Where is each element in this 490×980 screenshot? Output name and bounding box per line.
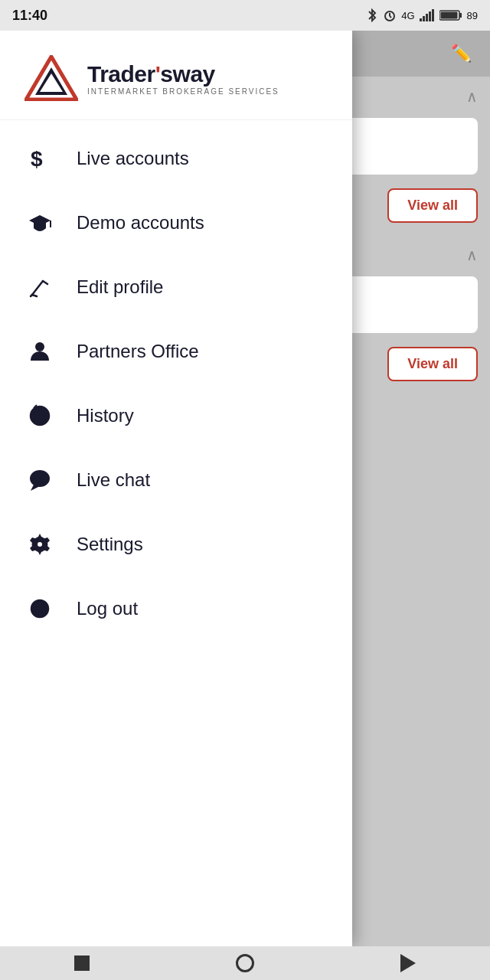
menu-item-live-chat[interactable]: Live chat bbox=[0, 448, 352, 512]
alarm-icon bbox=[383, 8, 397, 22]
svg-rect-10 bbox=[440, 12, 457, 19]
logo-brand-text2: sway bbox=[160, 61, 214, 87]
svg-text:$: $ bbox=[31, 147, 43, 171]
nav-home-button[interactable] bbox=[231, 949, 259, 977]
edit-profile-label: Edit profile bbox=[77, 276, 163, 298]
status-bar: 11:40 4G 89 bbox=[0, 0, 490, 31]
partners-office-label: Partners Office bbox=[77, 341, 199, 362]
nav-square-button[interactable] bbox=[68, 949, 96, 977]
menu-item-log-out[interactable]: Log out bbox=[0, 577, 352, 641]
square-icon bbox=[74, 956, 90, 971]
svg-rect-3 bbox=[420, 18, 422, 21]
svg-rect-4 bbox=[423, 16, 425, 21]
edit-icon[interactable]: ✏️ bbox=[451, 44, 472, 64]
history-label: History bbox=[77, 405, 134, 426]
svg-point-21 bbox=[35, 342, 44, 351]
collapse-icon[interactable]: ∧ bbox=[466, 87, 478, 106]
view-all-button-2[interactable]: View all bbox=[387, 347, 478, 381]
battery-icon bbox=[439, 9, 462, 21]
live-accounts-label: Live accounts bbox=[77, 148, 189, 169]
logo-icon bbox=[24, 55, 78, 101]
menu-item-edit-profile[interactable]: Edit profile bbox=[0, 255, 352, 319]
svg-line-18 bbox=[43, 281, 47, 284]
svg-line-20 bbox=[31, 295, 32, 296]
svg-point-24 bbox=[30, 470, 50, 487]
logo-area: Trader'sway INTERMARKET BROKERAGE SERVIC… bbox=[0, 31, 352, 120]
chat-icon bbox=[24, 465, 55, 495]
svg-point-28 bbox=[38, 542, 42, 547]
settings-label: Settings bbox=[77, 534, 143, 555]
status-time: 11:40 bbox=[12, 8, 47, 24]
logo-text: Trader'sway INTERMARKET BROKERAGE SERVIC… bbox=[87, 61, 279, 96]
menu-item-demo-accounts[interactable]: Demo accounts bbox=[0, 191, 352, 255]
log-out-label: Log out bbox=[77, 598, 138, 619]
svg-rect-5 bbox=[426, 14, 428, 21]
live-chat-label: Live chat bbox=[77, 469, 150, 491]
menu-item-settings[interactable]: Settings bbox=[0, 512, 352, 577]
svg-rect-6 bbox=[429, 11, 431, 21]
menu-item-partners-office[interactable]: Partners Office bbox=[0, 319, 352, 384]
power-icon bbox=[24, 593, 55, 624]
bluetooth-icon bbox=[366, 8, 378, 22]
circle-icon bbox=[236, 954, 254, 972]
side-drawer: Trader'sway INTERMARKET BROKERAGE SERVIC… bbox=[0, 31, 352, 946]
status-icons: 4G 89 bbox=[366, 8, 478, 22]
logo-brand-text1: Trader bbox=[87, 61, 155, 87]
menu-item-history[interactable]: History bbox=[0, 384, 352, 448]
svg-rect-9 bbox=[459, 13, 462, 18]
logo-subtitle: INTERMARKET BROKERAGE SERVICES bbox=[87, 87, 279, 96]
dollar-icon: $ bbox=[24, 143, 55, 174]
triangle-icon bbox=[400, 954, 416, 972]
view-all-button-1[interactable]: View all bbox=[387, 188, 478, 223]
graduation-icon bbox=[24, 207, 55, 238]
person-icon bbox=[24, 336, 55, 367]
svg-line-2 bbox=[390, 16, 391, 18]
pencil-edit-icon bbox=[24, 272, 55, 302]
gear-icon bbox=[24, 529, 55, 560]
svg-line-17 bbox=[32, 281, 43, 295]
bottom-navigation bbox=[0, 946, 490, 980]
clock-icon bbox=[24, 400, 55, 431]
svg-rect-7 bbox=[432, 9, 434, 21]
menu-item-live-accounts[interactable]: $ Live accounts bbox=[0, 126, 352, 191]
menu-list: $ Live accounts Demo accounts bbox=[0, 120, 352, 946]
nav-back-button[interactable] bbox=[394, 949, 422, 977]
signal-icon bbox=[420, 9, 435, 21]
demo-accounts-label: Demo accounts bbox=[77, 212, 204, 234]
battery-level: 89 bbox=[467, 10, 478, 21]
network-text: 4G bbox=[401, 10, 414, 21]
collapse-icon-2[interactable]: ∧ bbox=[466, 246, 478, 264]
